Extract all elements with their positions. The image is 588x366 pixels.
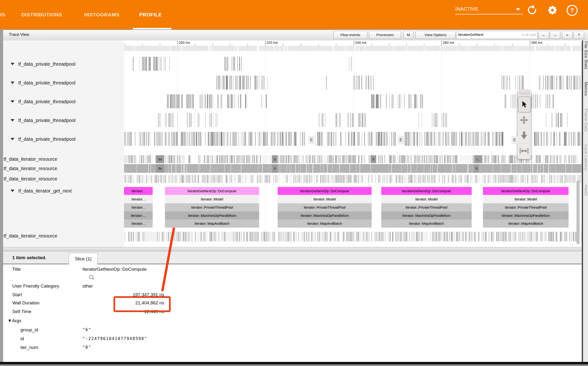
threadpool-events-band[interactable] — [124, 94, 581, 108]
track-label-text[interactable]: tf_data_private_threadpool — [18, 80, 75, 86]
track-label-text[interactable]: tf_data_private_threadpool — [18, 137, 75, 142]
resource-slice-chip[interactable]: Ite — [156, 164, 164, 173]
arg-value: "-2247961841077948598" — [82, 336, 147, 341]
iterator-resource-band[interactable] — [124, 164, 581, 173]
resource-slice-chip[interactable]: It — [272, 155, 278, 163]
side-tab-metrics[interactable]: Metrics — [583, 82, 588, 96]
metadata-button[interactable]: M — [403, 31, 413, 39]
track-label-text[interactable]: tf_data_iterator_get_next — [18, 188, 72, 194]
ruler-minor-tick — [160, 44, 160, 46]
get-next-slice[interactable]: IteratorGetNextOp::DoCompute — [165, 187, 259, 195]
iterator-sub-slice[interactable]: Iterator::PrivateThreadPool — [381, 203, 472, 212]
iterator-sub-slice[interactable]: Iterator::PrivateThreadPool — [165, 203, 259, 212]
get-next-slice[interactable]: IteratorGetNextOp::DoCompute — [483, 187, 568, 195]
iterator-sub-slice[interactable]: Iterator::MapAndBatch — [483, 220, 568, 228]
iterator-sub-slice[interactable]: Iterator::PrivateThreadPool — [483, 203, 568, 212]
ruler-minor-tick — [494, 44, 495, 46]
trace-search-input[interactable] — [456, 31, 511, 38]
iterator-sub-slice[interactable]: Iterator... — [124, 195, 153, 203]
slice-tab[interactable]: Slice (1) — [69, 253, 98, 264]
get-next-slice[interactable]: IteratorGetNextOp::DoCompute — [381, 187, 472, 195]
find-previous-button[interactable]: ← — [538, 31, 549, 39]
track-label-text[interactable]: tf_data_iterator_resource — [4, 156, 57, 162]
nav-tab-graphs[interactable]: HS — [0, 0, 5, 29]
iterator-sub-slice[interactable]: Iterator:... — [124, 212, 153, 220]
run-selector-dropdown[interactable]: INACTIVE — [455, 6, 523, 15]
iterator-sub-slice[interactable]: Iterator::MaxIntraOpParallelism — [483, 212, 568, 220]
zoom-tool[interactable] — [518, 128, 530, 143]
iterator-sub-slice[interactable]: Iterator... — [124, 203, 153, 212]
resource-slice-chip[interactable]: Ite — [156, 155, 164, 163]
iterator-sub-slice[interactable]: Iterator::MapAndBatch — [165, 220, 259, 228]
find-next-button[interactable]: → — [550, 31, 560, 39]
nav-tab-histograms[interactable]: HISTOGRAMS — [84, 0, 119, 29]
iterator-sub-slice[interactable]: Iterator::Model — [278, 195, 372, 203]
resource-slice-chip[interactable]: It — [474, 164, 480, 173]
pan-tool[interactable] — [518, 112, 530, 128]
args-section-toggle[interactable]: ▼Args — [7, 318, 21, 323]
shortcuts-help-button[interactable]: ? — [573, 31, 584, 39]
threadpool-events-band[interactable] — [124, 57, 581, 71]
selection-arrow-tool[interactable] — [518, 97, 531, 112]
side-tab-input-latency[interactable]: Input Latency — [583, 144, 588, 171]
run-selector-value: INACTIVE — [455, 6, 478, 12]
iterator-sub-slice[interactable]: Iterator::MaxIntraOpParallelism — [278, 212, 372, 220]
iterator-sub-slice[interactable]: Iterator::MapAndBatch — [278, 220, 372, 228]
settings-gear-icon[interactable] — [547, 5, 558, 15]
processes-button[interactable]: Processes — [369, 31, 401, 39]
get-next-slice[interactable]: Iterator... — [124, 187, 153, 195]
iterator-sub-slice[interactable]: Iterator::Model — [165, 195, 259, 203]
expand-panel-button[interactable]: » — [562, 31, 572, 39]
help-icon[interactable]: ? — [567, 5, 577, 15]
ruler-major-tick — [265, 40, 265, 46]
resource-slice-chip[interactable]: It — [272, 164, 278, 173]
iterator-sub-slice[interactable]: Iterator::MaxIntraOpParallelism — [165, 212, 259, 220]
arg-key: group_id — [21, 327, 38, 333]
track-label-text[interactable]: tf_data_private_threadpool — [18, 118, 75, 123]
side-tab-file-size-stats[interactable]: File Size Stats — [583, 41, 588, 69]
summary-strip[interactable] — [124, 46, 581, 51]
flow-events-button[interactable]: Flow events — [333, 31, 367, 39]
timeline-vertical-scrollbar[interactable] — [576, 181, 580, 244]
nav-tab-distributions[interactable]: DISTRIBUTIONS — [21, 0, 62, 29]
side-tab-frame-data[interactable]: Frame Data — [583, 109, 588, 132]
collapse-triangle-icon[interactable] — [11, 82, 15, 84]
threadpool-events-band[interactable] — [124, 76, 581, 90]
palette-drag-handle[interactable] — [519, 92, 529, 95]
collapse-triangle-icon[interactable] — [11, 119, 15, 122]
side-tab-alerts[interactable]: Alerts — [583, 184, 588, 196]
iterator-sub-slice[interactable]: Iterator::MapAndBatch — [381, 220, 472, 228]
resource-slice-chip[interactable]: I... — [475, 155, 482, 163]
collapse-triangle-icon[interactable] — [11, 63, 15, 65]
threadpool-events-band[interactable] — [124, 113, 581, 127]
flow-event-marker[interactable]: E — [512, 136, 518, 144]
get-next-slice[interactable]: IteratorGetNextOp::DoCompute — [278, 187, 372, 195]
reload-icon[interactable] — [527, 5, 537, 15]
nav-tab-profile[interactable]: PROFILE — [139, 0, 162, 29]
collapse-triangle-icon[interactable] — [11, 138, 15, 140]
collapse-triangle-icon[interactable] — [11, 190, 15, 192]
magnifier-search-icon[interactable] — [89, 275, 93, 279]
band-gap — [226, 232, 232, 241]
track-label-text[interactable]: tf_data_private_threadpool — [18, 61, 75, 67]
flow-event-marker[interactable]: E — [398, 136, 404, 144]
track-label-text[interactable]: tf_data_iterator_resource — [4, 233, 57, 239]
view-options-button[interactable]: View Options — [415, 31, 456, 39]
iterator-resource-band[interactable] — [124, 232, 581, 241]
iterator-sub-slice[interactable]: Iterator::Model — [483, 195, 568, 203]
resource-slice-chip[interactable]: It — [370, 155, 376, 163]
iterator-resource-band[interactable] — [124, 175, 581, 183]
iterator-sub-slice[interactable]: Iterator... — [124, 220, 153, 228]
timing-tool[interactable] — [518, 143, 530, 158]
iterator-sub-slice[interactable]: Iterator::MaxIntraOpParallelism — [381, 212, 472, 220]
ruler-minor-tick — [248, 44, 248, 46]
collapse-triangle-icon[interactable] — [11, 100, 15, 103]
track-label-text[interactable]: tf_data_iterator_resource — [4, 166, 57, 171]
panel-splitter[interactable] — [3, 247, 581, 252]
track-label-text[interactable]: tf_data_private_threadpool — [18, 99, 75, 104]
flow-event-marker[interactable]: E — [309, 136, 315, 144]
iterator-sub-slice[interactable]: Iterator::PrivateThreadPool — [278, 203, 372, 212]
track-label-text[interactable]: tf_data_iterator_resource — [4, 176, 57, 182]
iterator-resource-band[interactable] — [124, 155, 581, 163]
iterator-sub-slice[interactable]: Iterator::Model — [381, 195, 472, 203]
